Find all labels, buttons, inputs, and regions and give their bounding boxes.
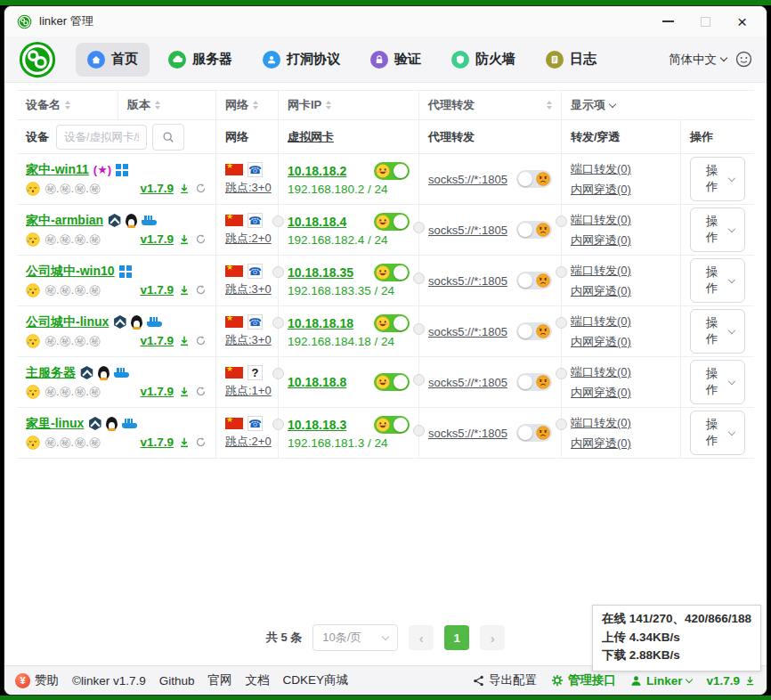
- hops-link[interactable]: 跳点:3+0: [225, 180, 272, 196]
- virtual-ip-link[interactable]: 10.18.18.8: [288, 375, 346, 389]
- tab-logs[interactable]: 日志: [534, 43, 608, 77]
- port-forward-link[interactable]: 端口转发(0): [571, 416, 631, 429]
- proxy-toggle[interactable]: [516, 373, 552, 391]
- relay-select-radio[interactable]: [556, 419, 567, 430]
- download-icon[interactable]: [178, 386, 191, 398]
- search-input[interactable]: [56, 125, 147, 150]
- version-link[interactable]: v1.7.9: [140, 283, 174, 297]
- relay-select-radio[interactable]: [413, 323, 425, 335]
- proxy-link[interactable]: socks5://*:1805: [428, 173, 507, 186]
- cdkey-store-link[interactable]: CDKEY商城: [283, 672, 349, 688]
- account-menu[interactable]: Linker: [630, 674, 693, 688]
- action-dropdown-button[interactable]: 操作: [690, 157, 745, 201]
- relay-select-radio[interactable]: [272, 216, 284, 227]
- proxy-link[interactable]: socks5://*:1805: [428, 274, 507, 288]
- device-name-link[interactable]: 公司城中-win10: [26, 264, 115, 280]
- proxy-toggle[interactable]: [516, 272, 552, 289]
- tab-auth[interactable]: 验证: [359, 43, 433, 77]
- virtual-nic-link[interactable]: 虚拟网卡: [288, 129, 334, 145]
- proxy-link[interactable]: socks5://*:1805: [428, 224, 507, 237]
- search-button[interactable]: [152, 124, 184, 151]
- download-icon[interactable]: [178, 284, 191, 297]
- theme-face-icon[interactable]: [735, 51, 752, 68]
- virtual-ip-link[interactable]: 10.18.18.35: [288, 265, 353, 280]
- relay-select-radio[interactable]: [413, 273, 425, 284]
- prev-page-button[interactable]: ‹: [409, 625, 434, 650]
- relay-select-radio[interactable]: [272, 368, 284, 379]
- tab-firewall[interactable]: 防火墙: [440, 43, 527, 77]
- action-dropdown-button[interactable]: 操作: [690, 309, 745, 354]
- penetrate-link[interactable]: 内网穿透(0): [571, 436, 631, 450]
- docs-link[interactable]: 文档: [246, 672, 270, 688]
- refresh-icon[interactable]: [195, 436, 207, 448]
- device-name-link[interactable]: 主服务器: [26, 365, 76, 381]
- minimize-button[interactable]: [662, 20, 674, 22]
- refresh-icon[interactable]: [195, 386, 207, 397]
- version-link[interactable]: v1.7.9: [140, 182, 174, 195]
- device-name-link[interactable]: 家里-linux: [26, 416, 84, 432]
- port-forward-link[interactable]: 端口转发(0): [571, 162, 631, 175]
- sort-header-proxy[interactable]: 代理转发: [419, 91, 562, 119]
- hops-link[interactable]: 跳点:2+0: [225, 231, 272, 247]
- download-icon[interactable]: [178, 233, 191, 246]
- version-link[interactable]: v1.7.9: [140, 334, 174, 347]
- nic-toggle[interactable]: [374, 213, 410, 231]
- sort-header-nic-ip[interactable]: 网卡IP: [279, 91, 419, 119]
- github-link[interactable]: Github: [159, 674, 195, 688]
- virtual-ip-link[interactable]: 10.18.18.18: [288, 316, 353, 330]
- hops-link[interactable]: 跳点:1+0: [225, 383, 272, 399]
- admin-api-button[interactable]: 管理接口: [551, 672, 616, 688]
- download-icon[interactable]: [178, 436, 191, 449]
- port-forward-link[interactable]: 端口转发(0): [571, 213, 631, 226]
- penetrate-link[interactable]: 内网穿透(0): [571, 233, 631, 247]
- version-link[interactable]: v1.7.9: [140, 385, 174, 398]
- refresh-icon[interactable]: [195, 335, 207, 346]
- port-forward-link[interactable]: 端口转发(0): [571, 314, 631, 328]
- virtual-ip-link[interactable]: 10.18.18.3: [288, 418, 346, 432]
- page-size-select[interactable]: 10条/页: [312, 624, 398, 651]
- penetrate-link[interactable]: 内网穿透(0): [571, 284, 631, 297]
- relay-select-radio[interactable]: [413, 425, 425, 436]
- port-forward-link[interactable]: 端口转发(0): [571, 264, 631, 277]
- hops-link[interactable]: 跳点:2+0: [225, 434, 272, 450]
- download-icon[interactable]: [178, 335, 191, 347]
- proxy-toggle[interactable]: [516, 322, 552, 340]
- linker-logo[interactable]: [19, 41, 56, 78]
- port-forward-link[interactable]: 端口转发(0): [571, 365, 631, 378]
- language-selector[interactable]: 简体中文: [669, 52, 726, 68]
- hops-link[interactable]: 跳点:3+0: [225, 281, 272, 297]
- action-dropdown-button[interactable]: 操作: [690, 258, 745, 303]
- relay-select-radio[interactable]: [413, 374, 425, 386]
- download-icon[interactable]: [178, 183, 191, 195]
- tab-home[interactable]: 首页: [76, 43, 150, 77]
- action-dropdown-button[interactable]: 操作: [690, 360, 745, 404]
- close-button[interactable]: ×: [737, 13, 747, 30]
- version-link[interactable]: v1.7.9: [140, 435, 174, 449]
- relay-select-radio[interactable]: [413, 222, 425, 233]
- nic-toggle[interactable]: [374, 162, 410, 180]
- app-version-update[interactable]: v1.7.9: [706, 674, 756, 688]
- sponsor-link[interactable]: ¥ 赞助: [15, 672, 59, 688]
- proxy-toggle[interactable]: [516, 221, 552, 239]
- device-name-link[interactable]: 家中-win11: [26, 162, 89, 178]
- refresh-icon[interactable]: [195, 233, 207, 245]
- device-name-link[interactable]: 家中-armbian: [26, 213, 103, 229]
- penetrate-link[interactable]: 内网穿透(0): [571, 183, 631, 196]
- nic-toggle[interactable]: [374, 416, 410, 434]
- relay-select-radio[interactable]: [556, 266, 567, 278]
- proxy-toggle[interactable]: [516, 170, 552, 188]
- proxy-toggle[interactable]: [516, 424, 552, 442]
- relay-select-radio[interactable]: [272, 419, 284, 430]
- tab-servers[interactable]: 服务器: [157, 43, 244, 77]
- current-page-button[interactable]: 1: [444, 625, 469, 650]
- display-options-dropdown[interactable]: 显示项: [562, 91, 754, 119]
- relay-select-radio[interactable]: [556, 368, 567, 379]
- penetrate-link[interactable]: 内网穿透(0): [571, 386, 631, 399]
- relay-select-radio[interactable]: [272, 317, 284, 329]
- nic-toggle[interactable]: [374, 373, 410, 391]
- action-dropdown-button[interactable]: 操作: [690, 411, 745, 455]
- next-page-button[interactable]: ›: [480, 625, 505, 650]
- export-config-button[interactable]: 导出配置: [473, 672, 537, 688]
- proxy-link[interactable]: socks5://*:1805: [428, 427, 507, 440]
- device-name-link[interactable]: 公司城中-linux: [26, 314, 109, 330]
